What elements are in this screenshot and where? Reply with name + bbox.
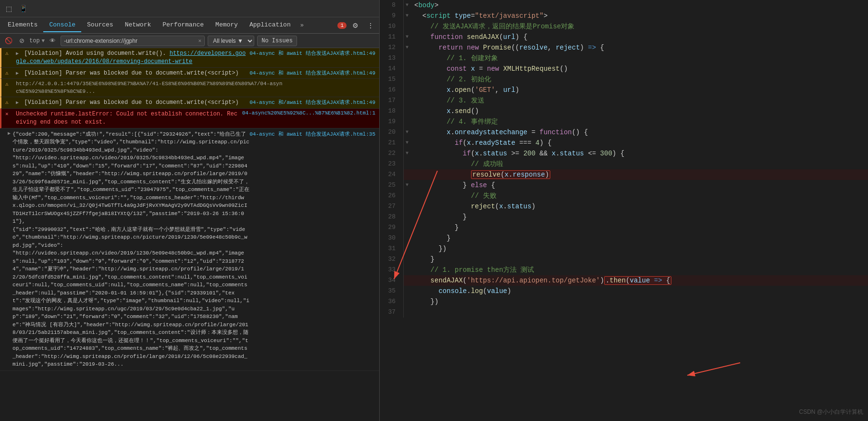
filter-btn[interactable]: ⊘ (17, 36, 26, 45)
code-content-37 (410, 307, 868, 318)
code-line-23: 23 // 成功啦 (380, 159, 868, 169)
line-num-30: 30 (380, 233, 404, 243)
console-output[interactable]: ⚠ ▶ [Violation] Avoid using document.wri… (0, 48, 379, 421)
code-line-19: 19 // 4. 事件绑定 (380, 116, 868, 127)
collapse-22[interactable]: ▼ (404, 148, 410, 159)
code-line-32: 32 } (380, 254, 868, 265)
eye-btn[interactable]: 👁 (48, 36, 58, 45)
code-line-35: 35 console.log(value) (380, 286, 868, 296)
watermark: CSDN @小小白学计算机 (799, 408, 863, 416)
line-num-10: 10 (380, 21, 404, 32)
line-num-36: 36 (380, 296, 404, 307)
entry-text-error: Unchecked runtime.lastError: Could not e… (16, 110, 238, 127)
code-content-31: }) (410, 243, 868, 254)
line-num-28: 28 (380, 212, 404, 222)
json-expand-arrow[interactable]: ▶ (8, 130, 11, 136)
code-content-26: // 失败 (410, 191, 868, 201)
line-num-24: 24 (380, 169, 404, 180)
tab-sources[interactable]: Sources (81, 18, 119, 32)
code-content-10: // 发送AJAX请求，返回的结果是Promise对象 (410, 21, 868, 32)
entry-source-error[interactable]: 04-async%20%E5%92%8C...%B7%E6%B1%82.html… (242, 110, 375, 116)
json-source[interactable]: 04-async 和 await 结合发送AJAX请求.html:35 (249, 130, 375, 138)
code-line-17: 17 // 3. 发送 (380, 95, 868, 106)
code-panel: 8 ▼ <body> 9 ▼ <script type="text/javasc… (380, 0, 868, 421)
code-content-29: } (410, 222, 868, 233)
context-dropdown-icon[interactable]: ▼ (42, 38, 45, 44)
entry-text-url: http://42.0.0.1:4479/35E%E6%98%E9%E7%BA%… (16, 80, 285, 95)
settings-btn[interactable]: ⚙ (348, 19, 362, 32)
code-line-22: 22 ▼ if(x.status >= 200 && x.status <= 3… (380, 148, 868, 159)
code-line-16: 16 x.open('GET', url) (380, 85, 868, 95)
line-num-33: 33 (380, 265, 404, 275)
tab-network[interactable]: Network (119, 18, 157, 32)
line-num-32: 32 (380, 254, 404, 265)
tab-more[interactable]: » (297, 19, 308, 32)
entry-text-violation2: ▶ [Violation] Parser was blocked due to … (16, 69, 246, 77)
error-icon: ✕ (5, 111, 12, 117)
violation-link1[interactable]: https://developers.google.com/web/update… (16, 50, 246, 65)
collapse-21[interactable]: ▼ (404, 138, 410, 148)
code-line-30: 30 } (380, 233, 868, 243)
entry-source-1[interactable]: 04-async 和 await 结合发送AJAX请求.html:49 (249, 50, 375, 57)
code-content-13: // 1. 创建对象 (410, 53, 868, 64)
code-content-9: <script type="text/javascript"> (410, 11, 868, 21)
code-line-26: 26 // 失败 (380, 191, 868, 201)
collapse-20[interactable]: ▼ (404, 127, 410, 138)
line-num-13: 13 (380, 53, 404, 64)
line-num-29: 29 (380, 222, 404, 233)
collapse-9[interactable]: ▼ (404, 11, 410, 21)
code-line-31: 31 }) (380, 243, 868, 254)
entry-text-violation3: ▶ [Violation] Parser was blocked due to … (16, 99, 246, 107)
tab-performance[interactable]: Performance (157, 18, 210, 32)
collapse-12[interactable]: ▼ (404, 42, 410, 53)
code-line-37: 37 (380, 307, 868, 318)
line-num-23: 23 (380, 159, 404, 169)
expand-arrow-3[interactable]: ▶ (16, 100, 19, 105)
code-content-32: } (410, 254, 868, 265)
collapse-25[interactable]: ▼ (404, 180, 410, 191)
code-line-21: 21 ▼ if(x.readyState === 4) { (380, 138, 868, 148)
tab-application[interactable]: Application (244, 18, 297, 32)
line-num-19: 19 (380, 116, 404, 127)
filter-clear-btn[interactable]: ✕ (198, 38, 202, 44)
code-content-21: if(x.readyState === 4) { (410, 138, 868, 148)
no-issues-badge: No Issues (257, 36, 297, 46)
code-content-23: // 成功啦 (410, 159, 868, 169)
collapse-8[interactable]: ▼ (404, 0, 410, 11)
entry-source-2[interactable]: 04-async 和 await 结合发送AJAX请求.html:49 (249, 69, 375, 77)
code-content-35: console.log(value) (410, 286, 868, 296)
code-editor[interactable]: 8 ▼ <body> 9 ▼ <script type="text/javasc… (380, 0, 868, 421)
code-content-20: x.onreadystatechange = function() { (410, 127, 868, 138)
levels-dropdown[interactable]: All levels ▼ (208, 36, 254, 46)
tab-memory[interactable]: Memory (210, 18, 244, 32)
device-toolbar-btn[interactable]: 📱 (16, 2, 30, 15)
filter-input[interactable] (64, 38, 196, 44)
line-num-15: 15 (380, 74, 404, 85)
collapse-11[interactable]: ▼ (404, 32, 410, 42)
code-content-12: return new Promise((resolve, reject) => … (410, 42, 868, 53)
inspect-element-btn[interactable]: ⬚ (2, 2, 15, 15)
code-content-15: // 2. 初始化 (410, 74, 868, 85)
code-line-14: 14 const x = new XMLHttpRequest() (380, 64, 868, 74)
devtools-panel: ⬚ 📱 Elements Console Sources Network Per… (0, 0, 380, 421)
error-badge: 1 (337, 22, 347, 29)
expand-arrow[interactable]: ▶ (16, 51, 19, 56)
code-content-14: const x = new XMLHttpRequest() (410, 64, 868, 74)
code-content-34: sendAJAX('https://api.apiopen.top/getJok… (410, 275, 868, 286)
filter-input-wrapper: ✕ (61, 36, 205, 46)
devtools-tabs: Elements Console Sources Network Perform… (0, 17, 379, 34)
expand-arrow-2[interactable]: ▶ (16, 71, 19, 76)
code-content-17: // 3. 发送 (410, 95, 868, 106)
line-num-20: 20 (380, 127, 404, 138)
warning-icon-3: ⚠ (5, 81, 12, 87)
tab-console[interactable]: Console (43, 18, 81, 32)
line-num-9: 9 (380, 11, 404, 21)
code-content-22: if(x.status >= 200 && x.status <= 300) { (410, 148, 868, 159)
code-content-19: // 4. 事件绑定 (410, 116, 868, 127)
more-options-btn[interactable]: ⋮ (364, 19, 377, 32)
tab-elements[interactable]: Elements (2, 18, 43, 32)
clear-console-btn[interactable]: 🚫 (3, 36, 14, 45)
line-num-35: 35 (380, 286, 404, 296)
context-label: top (29, 38, 40, 44)
entry-source-3[interactable]: 04-async 和/await 结合发送AJAX请求.html:49 (249, 99, 375, 106)
